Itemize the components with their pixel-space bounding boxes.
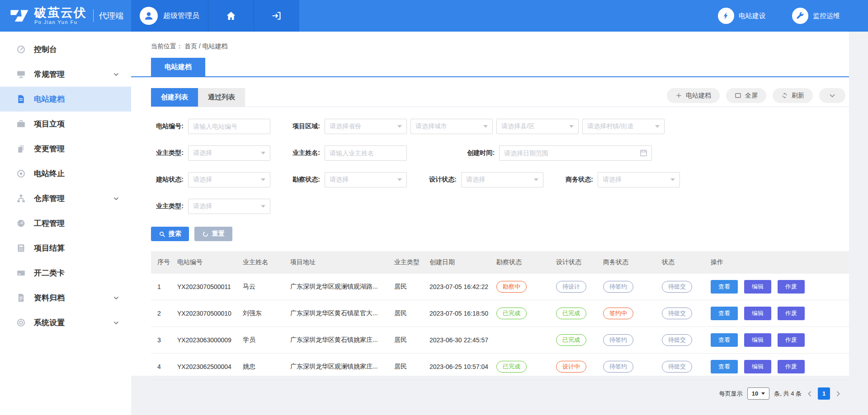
town-select[interactable]: 请选择村镇/街道	[582, 119, 665, 134]
action-edit-button[interactable]: 编辑	[744, 280, 771, 294]
action-view-button[interactable]: 查看	[711, 333, 738, 347]
design-status-select[interactable]: 请选择	[461, 172, 543, 187]
brand-portal-label: 代理端	[99, 10, 123, 21]
survey-status-select[interactable]: 请选择	[325, 172, 407, 187]
action-edit-button[interactable]: 编辑	[744, 333, 771, 347]
col-header-3: 项目地址	[287, 251, 391, 274]
county-select[interactable]: 请选择县/区	[496, 119, 579, 134]
action-void-button[interactable]: 作废	[778, 307, 805, 320]
quick-links: 电站建设监控运维	[718, 0, 868, 32]
cell-index: 4	[151, 354, 174, 380]
station-no-input[interactable]	[188, 119, 270, 134]
cell-address: 广东深圳龙华区黄石镇星官大...	[287, 300, 391, 327]
files-icon	[16, 144, 26, 154]
action-void-button[interactable]: 作废	[778, 333, 805, 347]
next-page-button[interactable]	[835, 390, 842, 397]
fullscreen-button[interactable]: 全屏	[726, 88, 766, 103]
cell-status: 待签约	[599, 327, 658, 354]
cell-status: 已完成	[493, 300, 552, 327]
refresh-button[interactable]: 刷新	[773, 88, 813, 103]
action-void-button[interactable]: 作废	[778, 360, 805, 373]
tab-pass-list[interactable]: 通过列表	[198, 88, 245, 107]
brand-name: 破茧云伏	[34, 6, 87, 19]
cell-owner-type: 居民	[391, 327, 426, 354]
tab-create-list[interactable]: 创建列表	[151, 88, 198, 107]
sidebar-item-station-archive[interactable]: 电站建档	[0, 87, 131, 112]
page-size-select[interactable]: 10	[747, 387, 769, 400]
logout-icon	[271, 10, 282, 21]
sidebar-item-data-archive[interactable]: 资料归档	[0, 285, 131, 310]
status-badge: 已完成	[556, 334, 586, 346]
sidebar-item-general-management[interactable]: 常规管理	[0, 62, 131, 87]
caret-down-icon	[397, 125, 402, 128]
sidebar: 控制台常规管理电站建档项目立项变更管理电站终止仓库管理工程管理项目结算开二类卡资…	[0, 32, 131, 415]
more-button[interactable]	[819, 88, 845, 103]
reset-button[interactable]: 重置	[194, 227, 232, 241]
chevron-down-icon	[113, 71, 119, 78]
cell-owner-type: 居民	[391, 300, 426, 327]
sidebar-item-label: 工程管理	[34, 218, 65, 228]
col-header-9: 状态	[658, 251, 707, 274]
sidebar-item-type2-card[interactable]: 开二类卡	[0, 261, 131, 285]
sidebar-item-station-termination[interactable]: 电站终止	[0, 161, 131, 186]
toolbar-actions: 电站建档全屏刷新	[667, 88, 845, 103]
sidebar-item-engineering-management[interactable]: 工程管理	[0, 211, 131, 236]
page-tab-station-archive[interactable]: 电站建档	[151, 58, 205, 76]
button-label: 刷新	[792, 92, 804, 100]
home-icon	[226, 10, 236, 21]
cell-status: 已完成	[552, 300, 599, 327]
province-select[interactable]: 请选择省份	[325, 119, 407, 134]
action-view-button[interactable]: 查看	[711, 280, 738, 294]
quick-link-station-build[interactable]: 电站建设	[718, 8, 766, 24]
search-button[interactable]: 搜索	[151, 227, 189, 241]
action-edit-button[interactable]: 编辑	[744, 307, 771, 320]
archive-icon	[16, 293, 26, 303]
status-badge: 勘察中	[496, 281, 527, 293]
pagination: 每页显示 10 条, 共 4 条 1	[151, 387, 849, 400]
action-view-button[interactable]: 查看	[711, 360, 738, 373]
brand-logo-icon	[9, 5, 30, 26]
logout-button[interactable]	[254, 0, 299, 32]
filter-design-status-label: 设计状态:	[424, 176, 457, 184]
date-range-input[interactable]	[499, 145, 652, 161]
total-label: 条, 共 4 条	[774, 390, 802, 398]
sidebar-item-system-settings[interactable]: 系统设置	[0, 310, 131, 335]
user-icon	[143, 10, 154, 21]
owner-type-select[interactable]: 请选择	[188, 145, 270, 161]
cell-status: 待提交	[658, 300, 707, 327]
table-row: 4YX2023062500004姚忠广东深圳龙华区观澜镇姚家庄...居民2023…	[151, 354, 849, 380]
breadcrumb-current: 电站建档	[203, 42, 228, 50]
user-menu[interactable]: 超级管理员	[131, 0, 208, 32]
sidebar-item-console[interactable]: 控制台	[0, 37, 131, 62]
col-header-4: 业主类型	[391, 251, 426, 274]
action-edit-button[interactable]: 编辑	[744, 360, 771, 373]
breadcrumb-home[interactable]: 首页	[184, 42, 197, 50]
page-number-1[interactable]: 1	[818, 387, 830, 400]
status-badge: 已完成	[496, 308, 527, 319]
refresh-icon	[781, 92, 788, 99]
status-badge: 待提交	[662, 281, 692, 293]
caret-down-icon	[483, 125, 488, 128]
business-status-select[interactable]: 请选择	[598, 172, 680, 187]
dashboard-icon	[16, 45, 26, 54]
list-card: 创建列表通过列表 电站建档全屏刷新 电站编号: 项目区域: 请选择省份 请选择城…	[151, 88, 849, 400]
prev-page-button[interactable]	[806, 390, 813, 397]
table-row: 1YX2023070500011马云广东深圳龙华区观澜镇观湖路...居民2023…	[151, 274, 849, 300]
list-toolbar: 创建列表通过列表 电站建档全屏刷新	[151, 88, 849, 107]
create-station-button[interactable]: 电站建档	[667, 88, 720, 103]
sidebar-item-project-initiation[interactable]: 项目立项	[0, 112, 131, 136]
build-status-select[interactable]: 请选择	[188, 172, 270, 187]
action-view-button[interactable]: 查看	[711, 307, 738, 320]
sidebar-item-warehouse-management[interactable]: 仓库管理	[0, 186, 131, 211]
caret-down-icon	[670, 178, 675, 181]
owner-name-input[interactable]	[325, 145, 407, 161]
home-button[interactable]	[208, 0, 254, 32]
city-select[interactable]: 请选择城市	[410, 119, 493, 134]
owner-type-2-select[interactable]: 请选择	[188, 199, 270, 214]
quick-link-monitor-ops[interactable]: 监控运维	[792, 8, 840, 24]
action-void-button[interactable]: 作废	[778, 280, 805, 294]
quick-link-label: 电站建设	[739, 12, 766, 20]
sidebar-item-change-management[interactable]: 变更管理	[0, 136, 131, 161]
status-badge: 待提交	[662, 334, 692, 346]
sidebar-item-project-settlement[interactable]: 项目结算	[0, 236, 131, 261]
